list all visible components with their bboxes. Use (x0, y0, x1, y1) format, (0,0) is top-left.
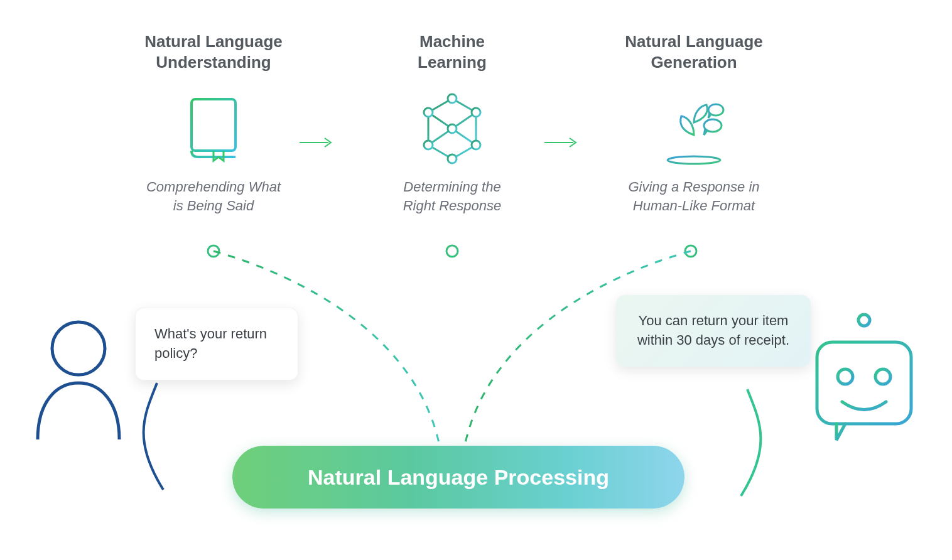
svg-point-9 (472, 141, 480, 149)
user-speech-bubble: What's your return policy? (135, 308, 298, 380)
desc-line: Human-Like Format (633, 198, 755, 213)
bot-speech-bubble: You can return your item within 30 days … (616, 295, 811, 367)
title-line: Generation (651, 53, 737, 72)
plant-speech-icon (600, 91, 788, 166)
svg-point-19 (52, 322, 105, 375)
title-line: Natural Language (144, 32, 283, 51)
column-title: Natural Language Understanding (119, 31, 308, 72)
svg-point-23 (838, 369, 853, 384)
svg-point-7 (448, 94, 457, 103)
desc-line: Comprehending What (146, 179, 281, 195)
svg-point-25 (208, 245, 219, 257)
column-desc: Determining the Right Response (358, 178, 546, 215)
network-icon (358, 91, 546, 166)
column-title: Machine Learning (358, 31, 546, 72)
nlp-label: Natural Language Processing (308, 465, 609, 490)
bot-icon (801, 308, 927, 461)
svg-rect-22 (817, 342, 911, 424)
svg-point-27 (685, 245, 696, 257)
desc-line: Right Response (403, 198, 502, 213)
bot-message-text: You can return your item within 30 days … (637, 313, 789, 348)
diagram-stage: Natural Language Understanding Comprehen… (0, 0, 952, 560)
svg-point-24 (875, 369, 890, 384)
column-desc: Comprehending What is Being Said (119, 178, 308, 215)
svg-point-12 (424, 108, 433, 117)
arrow-right-icon (543, 132, 581, 153)
column-title: Natural Language Generation (600, 31, 788, 72)
svg-point-8 (472, 108, 480, 117)
svg-point-26 (446, 245, 458, 257)
arrow-right-icon (298, 132, 336, 153)
user-message-text: What's your return policy? (154, 326, 267, 361)
svg-point-10 (448, 154, 457, 163)
desc-line: Giving a Response in (628, 179, 759, 195)
desc-line: is Being Said (173, 198, 254, 213)
user-icon (25, 308, 132, 448)
nlp-pill: Natural Language Processing (232, 446, 684, 509)
desc-line: Determining the (403, 179, 500, 195)
title-line: Understanding (156, 53, 271, 72)
title-line: Natural Language (625, 32, 763, 51)
svg-rect-0 (192, 99, 235, 151)
column-ml: Machine Learning (358, 31, 546, 215)
title-line: Learning (418, 53, 487, 72)
svg-point-20 (858, 315, 870, 326)
svg-point-11 (424, 141, 433, 149)
svg-point-13 (448, 124, 457, 133)
column-nlg: Natural Language Generation (600, 31, 788, 215)
title-line: Machine (419, 32, 485, 51)
book-icon (119, 91, 308, 166)
column-nlu: Natural Language Understanding Comprehen… (119, 31, 308, 215)
column-desc: Giving a Response in Human-Like Format (600, 178, 788, 215)
